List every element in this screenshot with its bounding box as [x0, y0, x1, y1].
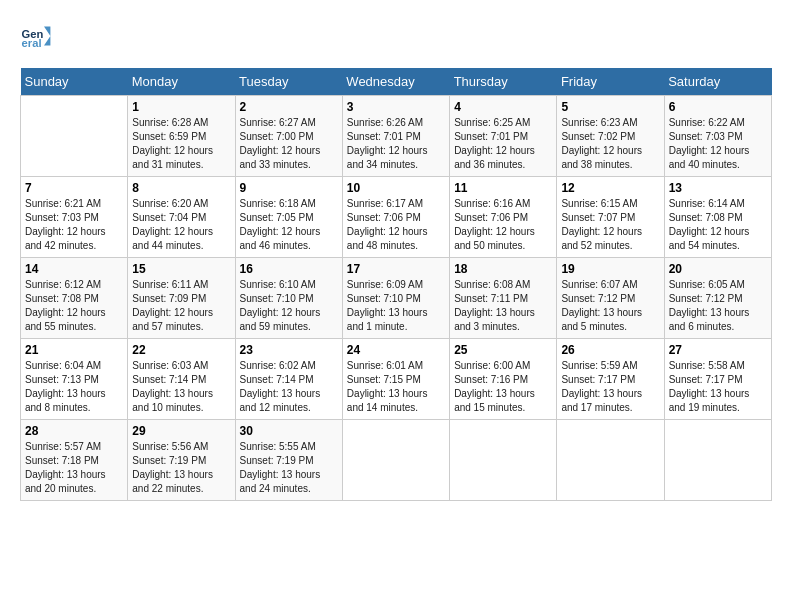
calendar-cell: 6 Sunrise: 6:22 AMSunset: 7:03 PMDayligh…: [664, 96, 771, 177]
day-number: 8: [132, 181, 230, 195]
calendar-cell: 11 Sunrise: 6:16 AMSunset: 7:06 PMDaylig…: [450, 177, 557, 258]
calendar-cell: 15 Sunrise: 6:11 AMSunset: 7:09 PMDaylig…: [128, 258, 235, 339]
day-info: Sunrise: 5:58 AMSunset: 7:17 PMDaylight:…: [669, 359, 767, 415]
weekday-header: Sunday: [21, 68, 128, 96]
calendar-cell: 17 Sunrise: 6:09 AMSunset: 7:10 PMDaylig…: [342, 258, 449, 339]
calendar-cell: 5 Sunrise: 6:23 AMSunset: 7:02 PMDayligh…: [557, 96, 664, 177]
calendar-cell: 8 Sunrise: 6:20 AMSunset: 7:04 PMDayligh…: [128, 177, 235, 258]
day-info: Sunrise: 6:12 AMSunset: 7:08 PMDaylight:…: [25, 278, 123, 334]
day-number: 25: [454, 343, 552, 357]
calendar-cell: 13 Sunrise: 6:14 AMSunset: 7:08 PMDaylig…: [664, 177, 771, 258]
calendar-cell: 16 Sunrise: 6:10 AMSunset: 7:10 PMDaylig…: [235, 258, 342, 339]
day-number: 7: [25, 181, 123, 195]
calendar-week-row: 1 Sunrise: 6:28 AMSunset: 6:59 PMDayligh…: [21, 96, 772, 177]
day-info: Sunrise: 6:00 AMSunset: 7:16 PMDaylight:…: [454, 359, 552, 415]
day-number: 11: [454, 181, 552, 195]
day-info: Sunrise: 5:57 AMSunset: 7:18 PMDaylight:…: [25, 440, 123, 496]
calendar-cell: 23 Sunrise: 6:02 AMSunset: 7:14 PMDaylig…: [235, 339, 342, 420]
page-header: Gen eral: [20, 20, 772, 52]
day-info: Sunrise: 6:08 AMSunset: 7:11 PMDaylight:…: [454, 278, 552, 334]
weekday-header: Saturday: [664, 68, 771, 96]
day-number: 16: [240, 262, 338, 276]
day-number: 3: [347, 100, 445, 114]
day-info: Sunrise: 5:55 AMSunset: 7:19 PMDaylight:…: [240, 440, 338, 496]
logo-icon: Gen eral: [20, 20, 52, 52]
day-info: Sunrise: 6:05 AMSunset: 7:12 PMDaylight:…: [669, 278, 767, 334]
day-info: Sunrise: 6:03 AMSunset: 7:14 PMDaylight:…: [132, 359, 230, 415]
day-number: 10: [347, 181, 445, 195]
day-number: 19: [561, 262, 659, 276]
calendar-cell: 9 Sunrise: 6:18 AMSunset: 7:05 PMDayligh…: [235, 177, 342, 258]
calendar-cell: 4 Sunrise: 6:25 AMSunset: 7:01 PMDayligh…: [450, 96, 557, 177]
day-number: 22: [132, 343, 230, 357]
calendar-cell: [21, 96, 128, 177]
day-info: Sunrise: 6:04 AMSunset: 7:13 PMDaylight:…: [25, 359, 123, 415]
calendar-cell: 2 Sunrise: 6:27 AMSunset: 7:00 PMDayligh…: [235, 96, 342, 177]
day-number: 4: [454, 100, 552, 114]
weekday-header: Monday: [128, 68, 235, 96]
calendar-cell: [342, 420, 449, 501]
day-info: Sunrise: 6:16 AMSunset: 7:06 PMDaylight:…: [454, 197, 552, 253]
day-info: Sunrise: 6:20 AMSunset: 7:04 PMDaylight:…: [132, 197, 230, 253]
day-info: Sunrise: 6:14 AMSunset: 7:08 PMDaylight:…: [669, 197, 767, 253]
calendar-cell: 10 Sunrise: 6:17 AMSunset: 7:06 PMDaylig…: [342, 177, 449, 258]
day-info: Sunrise: 6:07 AMSunset: 7:12 PMDaylight:…: [561, 278, 659, 334]
day-number: 29: [132, 424, 230, 438]
calendar-cell: 25 Sunrise: 6:00 AMSunset: 7:16 PMDaylig…: [450, 339, 557, 420]
calendar-week-row: 21 Sunrise: 6:04 AMSunset: 7:13 PMDaylig…: [21, 339, 772, 420]
calendar-cell: 3 Sunrise: 6:26 AMSunset: 7:01 PMDayligh…: [342, 96, 449, 177]
day-number: 21: [25, 343, 123, 357]
calendar-cell: 12 Sunrise: 6:15 AMSunset: 7:07 PMDaylig…: [557, 177, 664, 258]
calendar-cell: 21 Sunrise: 6:04 AMSunset: 7:13 PMDaylig…: [21, 339, 128, 420]
day-number: 1: [132, 100, 230, 114]
calendar-header-row: SundayMondayTuesdayWednesdayThursdayFrid…: [21, 68, 772, 96]
calendar-cell: 26 Sunrise: 5:59 AMSunset: 7:17 PMDaylig…: [557, 339, 664, 420]
day-info: Sunrise: 6:23 AMSunset: 7:02 PMDaylight:…: [561, 116, 659, 172]
day-info: Sunrise: 6:22 AMSunset: 7:03 PMDaylight:…: [669, 116, 767, 172]
day-number: 24: [347, 343, 445, 357]
day-info: Sunrise: 6:10 AMSunset: 7:10 PMDaylight:…: [240, 278, 338, 334]
calendar-cell: 19 Sunrise: 6:07 AMSunset: 7:12 PMDaylig…: [557, 258, 664, 339]
day-info: Sunrise: 6:15 AMSunset: 7:07 PMDaylight:…: [561, 197, 659, 253]
logo: Gen eral: [20, 20, 56, 52]
weekday-header: Thursday: [450, 68, 557, 96]
day-number: 13: [669, 181, 767, 195]
svg-text:eral: eral: [22, 37, 42, 49]
calendar-cell: 18 Sunrise: 6:08 AMSunset: 7:11 PMDaylig…: [450, 258, 557, 339]
day-info: Sunrise: 6:28 AMSunset: 6:59 PMDaylight:…: [132, 116, 230, 172]
day-info: Sunrise: 6:09 AMSunset: 7:10 PMDaylight:…: [347, 278, 445, 334]
day-info: Sunrise: 6:11 AMSunset: 7:09 PMDaylight:…: [132, 278, 230, 334]
day-info: Sunrise: 6:27 AMSunset: 7:00 PMDaylight:…: [240, 116, 338, 172]
day-number: 17: [347, 262, 445, 276]
calendar-week-row: 7 Sunrise: 6:21 AMSunset: 7:03 PMDayligh…: [21, 177, 772, 258]
calendar-cell: 24 Sunrise: 6:01 AMSunset: 7:15 PMDaylig…: [342, 339, 449, 420]
calendar-week-row: 28 Sunrise: 5:57 AMSunset: 7:18 PMDaylig…: [21, 420, 772, 501]
day-number: 9: [240, 181, 338, 195]
day-info: Sunrise: 5:59 AMSunset: 7:17 PMDaylight:…: [561, 359, 659, 415]
calendar-cell: 14 Sunrise: 6:12 AMSunset: 7:08 PMDaylig…: [21, 258, 128, 339]
weekday-header: Wednesday: [342, 68, 449, 96]
calendar-cell: 30 Sunrise: 5:55 AMSunset: 7:19 PMDaylig…: [235, 420, 342, 501]
weekday-header: Friday: [557, 68, 664, 96]
weekday-header: Tuesday: [235, 68, 342, 96]
day-number: 14: [25, 262, 123, 276]
calendar-cell: 1 Sunrise: 6:28 AMSunset: 6:59 PMDayligh…: [128, 96, 235, 177]
day-number: 18: [454, 262, 552, 276]
calendar-cell: 7 Sunrise: 6:21 AMSunset: 7:03 PMDayligh…: [21, 177, 128, 258]
day-info: Sunrise: 6:01 AMSunset: 7:15 PMDaylight:…: [347, 359, 445, 415]
day-number: 12: [561, 181, 659, 195]
day-number: 6: [669, 100, 767, 114]
day-number: 5: [561, 100, 659, 114]
calendar-cell: 29 Sunrise: 5:56 AMSunset: 7:19 PMDaylig…: [128, 420, 235, 501]
calendar-week-row: 14 Sunrise: 6:12 AMSunset: 7:08 PMDaylig…: [21, 258, 772, 339]
day-number: 2: [240, 100, 338, 114]
svg-marker-2: [44, 26, 50, 45]
day-info: Sunrise: 6:21 AMSunset: 7:03 PMDaylight:…: [25, 197, 123, 253]
day-number: 28: [25, 424, 123, 438]
day-number: 30: [240, 424, 338, 438]
calendar-cell: [450, 420, 557, 501]
day-number: 26: [561, 343, 659, 357]
day-info: Sunrise: 5:56 AMSunset: 7:19 PMDaylight:…: [132, 440, 230, 496]
day-info: Sunrise: 6:25 AMSunset: 7:01 PMDaylight:…: [454, 116, 552, 172]
calendar-cell: 28 Sunrise: 5:57 AMSunset: 7:18 PMDaylig…: [21, 420, 128, 501]
